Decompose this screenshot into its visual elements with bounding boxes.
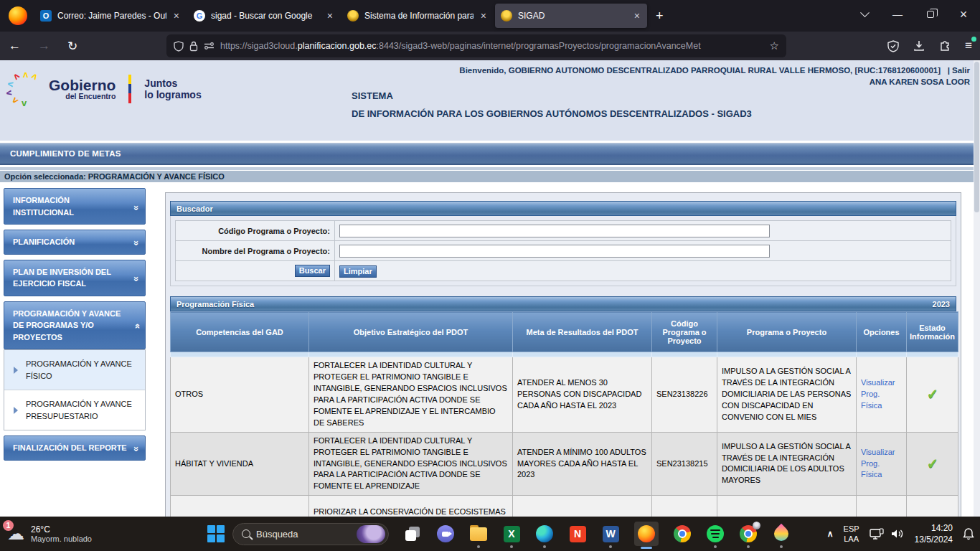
- sidebar-subitem-avance-presupuestario[interactable]: PROGRAMACIÓN Y AVANCE PRESUPUESTARIO: [4, 390, 145, 430]
- col-competencias: Competencias del GAD: [171, 312, 309, 352]
- firefox-button-active[interactable]: [634, 522, 659, 546]
- display-icon[interactable]: [870, 528, 884, 540]
- nitro-pdf-button[interactable]: N: [568, 524, 587, 543]
- new-tab-button[interactable]: +: [649, 9, 671, 24]
- search-box[interactable]: Búsqueda: [232, 523, 389, 545]
- col-estado: Estado Información: [907, 312, 958, 352]
- visualizar-link[interactable]: Visualizar Prog. Física: [861, 448, 895, 479]
- sidebar-item-informacion-institucional[interactable]: INFORMACIÓN INSTITUCIONAL »: [4, 188, 146, 225]
- tab-outlook[interactable]: O Correo: Jaime Paredes - Outlook ×: [34, 4, 187, 28]
- tab-close-icon[interactable]: ×: [633, 10, 641, 22]
- bookmark-star-icon[interactable]: ☆: [770, 39, 779, 52]
- col-opciones: Opciones: [857, 312, 907, 352]
- cell-codigo: SEN23138215: [652, 432, 717, 496]
- start-button[interactable]: [207, 524, 225, 543]
- file-explorer-button[interactable]: [469, 524, 488, 543]
- list-tabs-chevron-icon[interactable]: [848, 0, 881, 29]
- welcome-line: Bienvenido, GOBIERNO AUTONOMO DESCENTRAL…: [459, 66, 970, 75]
- nombre-label: Nombre del Programa o Proyecto:: [176, 241, 335, 261]
- back-button[interactable]: ←: [0, 39, 29, 53]
- tab-sistema[interactable]: Sistema de Información para los ×: [341, 4, 494, 28]
- url-bar[interactable]: https://sigad3cloud.planificacion.gob.ec…: [166, 34, 786, 57]
- sidebar-item-programacion-avance[interactable]: PROGRAMACIÓN Y AVANCE DE PROGRAMAS Y/O P…: [4, 301, 146, 350]
- page-scrollbar[interactable]: [974, 60, 980, 517]
- tab-sigad-active[interactable]: SIGAD ×: [495, 4, 647, 28]
- tab-close-icon[interactable]: ×: [479, 10, 488, 22]
- salir-link[interactable]: | Salir: [948, 66, 970, 75]
- downloads-icon[interactable]: [913, 40, 925, 52]
- sidebar-item-finalizacion-reporte[interactable]: FINALIZACIÓN DEL REPORTE »: [4, 435, 146, 461]
- weather-widget[interactable]: ☁ 1 26°C Mayorm. nublado: [7, 524, 92, 543]
- excel-button[interactable]: X: [502, 524, 521, 543]
- edge-button[interactable]: [535, 524, 554, 543]
- breadcrumb: Opción seleccionada: PROGRAMACIÓN Y AVAN…: [0, 171, 980, 182]
- col-codigo: Código Programa o Proyecto: [652, 312, 717, 352]
- gobierno-logo: v v v v v v v Gobierno del Encuentro Jun…: [10, 70, 202, 108]
- scrollbar-thumb[interactable]: [974, 62, 979, 212]
- protections-shield-icon[interactable]: [887, 40, 899, 52]
- buscador-titlebar: Buscador: [170, 201, 956, 216]
- weather-condition: Mayorm. nublado: [31, 534, 92, 543]
- chrome-button[interactable]: [673, 524, 692, 543]
- buscar-button[interactable]: Buscar: [295, 265, 330, 277]
- search-icon: [242, 529, 250, 538]
- tab-close-icon[interactable]: ×: [326, 10, 334, 22]
- sidebar-subitem-avance-fisico[interactable]: PROGRAMACIÓN Y AVANCE FÍSICO: [4, 350, 145, 390]
- lock-icon[interactable]: [189, 41, 198, 52]
- codigo-input[interactable]: [339, 225, 770, 237]
- nombre-input[interactable]: [339, 245, 770, 258]
- programacion-table: Competencias del GAD Objetivo Estratégic…: [170, 311, 958, 551]
- tab-google-search[interactable]: G sigad - Buscar con Google ×: [188, 4, 340, 28]
- tab-title: Sistema de Información para los: [364, 11, 473, 21]
- restore-button[interactable]: [914, 0, 947, 29]
- menu-cumplimiento[interactable]: CUMPLIMIENTO DE METAS: [0, 149, 121, 158]
- permissions-icon[interactable]: [204, 42, 215, 50]
- col-objetivo: Objetivo Estratégico del PDOT: [309, 312, 513, 352]
- task-view-button[interactable]: [403, 524, 422, 543]
- update-dot: [971, 37, 976, 42]
- flag-bar: [128, 75, 131, 103]
- tracking-shield-icon[interactable]: [174, 41, 184, 52]
- triangle-bullet-icon: [14, 407, 18, 414]
- cell-codigo: SEN23138226: [652, 357, 717, 433]
- table-header-row: Competencias del GAD Objetivo Estratégic…: [171, 312, 958, 352]
- firefox-logo-icon[interactable]: [9, 6, 27, 25]
- crest-icon: [501, 10, 512, 22]
- visualizar-link[interactable]: Visualizar Prog. Física: [861, 378, 895, 410]
- close-button[interactable]: ×: [947, 0, 980, 29]
- sidebar-submenu: PROGRAMACIÓN Y AVANCE FÍSICO PROGRAMACIÓ…: [4, 349, 146, 430]
- speaker-icon[interactable]: [891, 528, 905, 540]
- check-icon: ✔: [925, 453, 939, 474]
- cell-objetivo: FORTALECER LA IDENTIDAD CULTURAL Y PROTE…: [309, 432, 513, 496]
- reload-button[interactable]: ↻: [59, 39, 86, 54]
- search-placeholder: Búsqueda: [256, 529, 351, 540]
- chevron-down-icon: »: [130, 240, 144, 245]
- forward-button[interactable]: →: [29, 39, 59, 53]
- notifications-bell-icon[interactable]: [963, 527, 974, 540]
- notification-badge: 1: [3, 520, 14, 531]
- language-indicator[interactable]: ESP LAA: [844, 524, 859, 545]
- menu-hamburger-icon[interactable]: ≡: [965, 39, 973, 53]
- sidebar-item-planificacion[interactable]: PLANIFICACIÓN »: [4, 230, 146, 255]
- cell-programa: IMPULSO A LA GESTIÓN SOCIAL A TRAVÉS DE …: [717, 432, 857, 496]
- main-menu-bar[interactable]: CUMPLIMIENTO DE METAS: [0, 143, 980, 165]
- outlook-icon: O: [40, 10, 52, 22]
- limpiar-button[interactable]: Limpiar: [339, 265, 377, 278]
- clock[interactable]: 14:20 13/5/2024: [915, 522, 953, 545]
- extensions-puzzle-icon[interactable]: [939, 40, 951, 52]
- spotify-button[interactable]: [706, 524, 725, 543]
- paint-drop-button[interactable]: [772, 524, 791, 543]
- logo-burst-icon: v v v v v v v: [10, 70, 42, 108]
- search-highlight-image[interactable]: [357, 525, 385, 543]
- minimize-button[interactable]: —: [881, 0, 914, 29]
- url-text: https://sigad3cloud.planificacion.gob.ec…: [220, 41, 764, 51]
- chat-button[interactable]: [436, 524, 455, 543]
- sigad-page: v v v v v v v Gobierno del Encuentro Jun…: [0, 60, 980, 517]
- sidebar-item-plan-inversion[interactable]: PLAN DE INVERSIÓN DEL EJERCICIO FISCAL »: [4, 260, 146, 296]
- tab-close-icon[interactable]: ×: [172, 10, 181, 22]
- word-button[interactable]: W: [601, 524, 620, 543]
- taskbar: ☁ 1 26°C Mayorm. nublado Búsqueda X N W: [0, 517, 980, 551]
- hidden-icons-chevron[interactable]: ∧: [827, 529, 834, 539]
- tab-title: sigad - Buscar con Google: [211, 11, 320, 21]
- chrome-profile-button[interactable]: [739, 524, 758, 543]
